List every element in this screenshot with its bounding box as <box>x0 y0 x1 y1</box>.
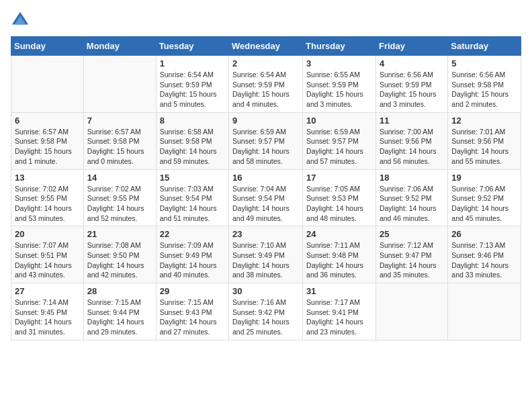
day-number: 4 <box>380 58 444 68</box>
day-info: Sunrise: 6:55 AM Sunset: 9:59 PM Dayligh… <box>306 70 372 109</box>
logo-icon <box>11 11 30 30</box>
day-info: Sunrise: 7:00 AM Sunset: 9:56 PM Dayligh… <box>380 127 444 167</box>
day-info: Sunrise: 6:59 AM Sunset: 9:57 PM Dayligh… <box>232 127 299 167</box>
calendar-header-tuesday: Tuesday <box>156 37 228 56</box>
day-number: 3 <box>306 58 372 68</box>
day-number: 25 <box>380 229 444 239</box>
calendar-cell: 27Sunrise: 7:14 AM Sunset: 9:45 PM Dayli… <box>11 283 84 340</box>
day-number: 12 <box>451 116 517 126</box>
day-number: 10 <box>306 116 372 126</box>
day-info: Sunrise: 6:56 AM Sunset: 9:58 PM Dayligh… <box>451 70 517 109</box>
day-number: 8 <box>160 116 225 126</box>
day-number: 30 <box>232 286 299 296</box>
day-info: Sunrise: 6:54 AM Sunset: 9:59 PM Dayligh… <box>160 70 225 109</box>
day-number: 23 <box>232 229 299 239</box>
calendar-cell: 22Sunrise: 7:09 AM Sunset: 9:49 PM Dayli… <box>156 226 228 283</box>
day-info: Sunrise: 7:01 AM Sunset: 9:56 PM Dayligh… <box>451 127 517 167</box>
day-info: Sunrise: 7:02 AM Sunset: 9:55 PM Dayligh… <box>15 184 80 224</box>
day-number: 6 <box>15 116 80 126</box>
day-number: 31 <box>306 286 372 296</box>
calendar-cell: 13Sunrise: 7:02 AM Sunset: 9:55 PM Dayli… <box>11 169 84 226</box>
day-number: 20 <box>15 229 80 239</box>
calendar-cell: 29Sunrise: 7:15 AM Sunset: 9:43 PM Dayli… <box>156 283 228 340</box>
calendar-cell: 14Sunrise: 7:02 AM Sunset: 9:55 PM Dayli… <box>83 169 156 226</box>
day-number: 22 <box>160 229 225 239</box>
day-info: Sunrise: 7:06 AM Sunset: 9:52 PM Dayligh… <box>451 184 517 224</box>
calendar-cell: 17Sunrise: 7:05 AM Sunset: 9:53 PM Dayli… <box>303 169 376 226</box>
calendar-cell: 25Sunrise: 7:12 AM Sunset: 9:47 PM Dayli… <box>375 226 447 283</box>
calendar-cell: 23Sunrise: 7:10 AM Sunset: 9:49 PM Dayli… <box>229 226 303 283</box>
calendar-header-wednesday: Wednesday <box>229 37 303 56</box>
day-number: 16 <box>232 173 299 183</box>
day-info: Sunrise: 7:09 AM Sunset: 9:49 PM Dayligh… <box>160 240 225 280</box>
calendar-cell <box>83 56 156 113</box>
calendar-cell: 19Sunrise: 7:06 AM Sunset: 9:52 PM Dayli… <box>448 169 521 226</box>
calendar-cell: 26Sunrise: 7:13 AM Sunset: 9:46 PM Dayli… <box>448 226 521 283</box>
day-info: Sunrise: 7:17 AM Sunset: 9:41 PM Dayligh… <box>306 298 372 337</box>
calendar-cell: 7Sunrise: 6:57 AM Sunset: 9:58 PM Daylig… <box>83 112 156 169</box>
calendar-cell: 9Sunrise: 6:59 AM Sunset: 9:57 PM Daylig… <box>229 112 303 169</box>
calendar-header-sunday: Sunday <box>11 37 84 56</box>
calendar-header-monday: Monday <box>83 37 156 56</box>
day-info: Sunrise: 7:13 AM Sunset: 9:46 PM Dayligh… <box>451 240 517 280</box>
calendar-cell: 31Sunrise: 7:17 AM Sunset: 9:41 PM Dayli… <box>303 283 376 340</box>
calendar-cell <box>11 56 84 113</box>
calendar-cell: 3Sunrise: 6:55 AM Sunset: 9:59 PM Daylig… <box>303 56 376 113</box>
day-info: Sunrise: 6:56 AM Sunset: 9:59 PM Dayligh… <box>380 70 444 109</box>
day-info: Sunrise: 6:57 AM Sunset: 9:58 PM Dayligh… <box>15 127 80 167</box>
calendar-cell <box>375 283 447 340</box>
day-info: Sunrise: 7:12 AM Sunset: 9:47 PM Dayligh… <box>380 240 444 280</box>
day-info: Sunrise: 7:04 AM Sunset: 9:54 PM Dayligh… <box>232 184 299 224</box>
day-number: 7 <box>87 116 152 126</box>
calendar-cell: 20Sunrise: 7:07 AM Sunset: 9:51 PM Dayli… <box>11 226 84 283</box>
calendar-cell: 11Sunrise: 7:00 AM Sunset: 9:56 PM Dayli… <box>375 112 447 169</box>
day-number: 18 <box>380 173 444 183</box>
calendar-header-saturday: Saturday <box>448 37 521 56</box>
day-number: 14 <box>87 173 152 183</box>
day-info: Sunrise: 6:58 AM Sunset: 9:58 PM Dayligh… <box>160 127 225 167</box>
calendar-week-row: 6Sunrise: 6:57 AM Sunset: 9:58 PM Daylig… <box>11 112 521 169</box>
calendar-cell: 5Sunrise: 6:56 AM Sunset: 9:58 PM Daylig… <box>448 56 521 113</box>
day-number: 19 <box>451 173 517 183</box>
day-info: Sunrise: 7:07 AM Sunset: 9:51 PM Dayligh… <box>15 240 80 280</box>
day-number: 21 <box>87 229 152 239</box>
calendar-cell: 2Sunrise: 6:54 AM Sunset: 9:59 PM Daylig… <box>229 56 303 113</box>
calendar-cell: 16Sunrise: 7:04 AM Sunset: 9:54 PM Dayli… <box>229 169 303 226</box>
day-info: Sunrise: 6:57 AM Sunset: 9:58 PM Dayligh… <box>87 127 152 167</box>
calendar-cell: 8Sunrise: 6:58 AM Sunset: 9:58 PM Daylig… <box>156 112 228 169</box>
day-number: 11 <box>380 116 444 126</box>
calendar-week-row: 1Sunrise: 6:54 AM Sunset: 9:59 PM Daylig… <box>11 56 521 113</box>
calendar-table: SundayMondayTuesdayWednesdayThursdayFrid… <box>11 36 521 340</box>
calendar-cell: 28Sunrise: 7:15 AM Sunset: 9:44 PM Dayli… <box>83 283 156 340</box>
day-number: 9 <box>232 116 299 126</box>
day-number: 29 <box>160 286 225 296</box>
calendar-cell: 30Sunrise: 7:16 AM Sunset: 9:42 PM Dayli… <box>229 283 303 340</box>
calendar-week-row: 20Sunrise: 7:07 AM Sunset: 9:51 PM Dayli… <box>11 226 521 283</box>
calendar-header-row: SundayMondayTuesdayWednesdayThursdayFrid… <box>11 37 521 56</box>
day-info: Sunrise: 7:08 AM Sunset: 9:50 PM Dayligh… <box>87 240 152 280</box>
calendar-week-row: 27Sunrise: 7:14 AM Sunset: 9:45 PM Dayli… <box>11 283 521 340</box>
calendar-cell: 12Sunrise: 7:01 AM Sunset: 9:56 PM Dayli… <box>448 112 521 169</box>
day-info: Sunrise: 7:14 AM Sunset: 9:45 PM Dayligh… <box>15 298 80 337</box>
day-info: Sunrise: 6:54 AM Sunset: 9:59 PM Dayligh… <box>232 70 299 109</box>
day-info: Sunrise: 7:15 AM Sunset: 9:43 PM Dayligh… <box>160 298 225 337</box>
page-header <box>11 11 521 30</box>
day-info: Sunrise: 7:05 AM Sunset: 9:53 PM Dayligh… <box>306 184 372 224</box>
calendar-week-row: 13Sunrise: 7:02 AM Sunset: 9:55 PM Dayli… <box>11 169 521 226</box>
day-number: 1 <box>160 58 225 68</box>
calendar-cell: 15Sunrise: 7:03 AM Sunset: 9:54 PM Dayli… <box>156 169 228 226</box>
day-info: Sunrise: 7:10 AM Sunset: 9:49 PM Dayligh… <box>232 240 299 280</box>
calendar-cell: 6Sunrise: 6:57 AM Sunset: 9:58 PM Daylig… <box>11 112 84 169</box>
calendar-cell <box>448 283 521 340</box>
calendar-header-thursday: Thursday <box>303 37 376 56</box>
day-info: Sunrise: 7:06 AM Sunset: 9:52 PM Dayligh… <box>380 184 444 224</box>
day-info: Sunrise: 7:02 AM Sunset: 9:55 PM Dayligh… <box>87 184 152 224</box>
calendar-cell: 10Sunrise: 6:59 AM Sunset: 9:57 PM Dayli… <box>303 112 376 169</box>
calendar-cell: 24Sunrise: 7:11 AM Sunset: 9:48 PM Dayli… <box>303 226 376 283</box>
logo <box>11 11 32 30</box>
day-number: 2 <box>232 58 299 68</box>
day-number: 28 <box>87 286 152 296</box>
day-info: Sunrise: 7:15 AM Sunset: 9:44 PM Dayligh… <box>87 298 152 337</box>
day-info: Sunrise: 7:11 AM Sunset: 9:48 PM Dayligh… <box>306 240 372 280</box>
day-number: 5 <box>451 58 517 68</box>
